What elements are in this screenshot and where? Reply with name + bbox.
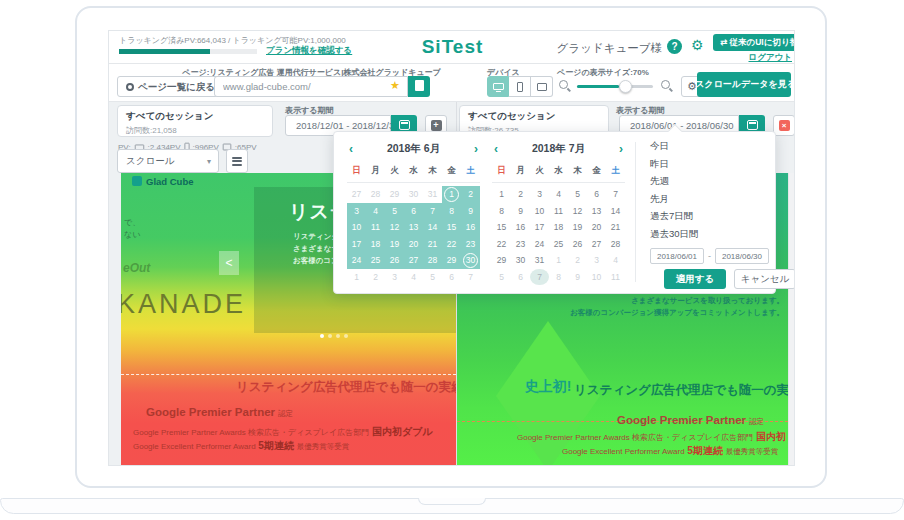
calendar-day[interactable]: 27 — [404, 252, 423, 269]
calendar-day[interactable]: 7 — [461, 269, 480, 286]
calendar-day[interactable]: 4 — [606, 252, 625, 269]
calendar-day[interactable]: 14 — [606, 203, 625, 220]
calendar-day[interactable]: 19 — [385, 236, 404, 253]
calendar-day[interactable]: 24 — [347, 252, 366, 269]
calendar-day[interactable]: 16 — [511, 219, 530, 236]
calendar-day[interactable]: 3 — [347, 203, 366, 220]
preset-yesterday[interactable]: 昨日 — [650, 158, 699, 176]
calendar-day[interactable]: 6 — [442, 269, 461, 286]
calendar-day[interactable]: 11 — [366, 219, 385, 236]
next-month-icon[interactable]: › — [474, 142, 478, 156]
calendar-day[interactable]: 11 — [606, 269, 625, 286]
layers-button[interactable] — [226, 149, 248, 173]
calendar-day[interactable]: 22 — [442, 236, 461, 253]
calendar-day[interactable]: 20 — [587, 219, 606, 236]
calendar-day[interactable]: 1 — [442, 186, 461, 203]
calendar-day[interactable]: 10 — [587, 269, 606, 286]
heatmap-mode-select[interactable]: スクロール ▾ — [117, 149, 219, 173]
calendar-day[interactable]: 1 — [492, 186, 511, 203]
calendar-day[interactable]: 9 — [461, 203, 480, 220]
remove-comparison-button[interactable]: × — [773, 115, 795, 136]
calendar-day[interactable]: 17 — [530, 219, 549, 236]
calendar-day[interactable]: 28 — [606, 236, 625, 253]
calendar-day[interactable]: 18 — [549, 219, 568, 236]
device-mobile-button[interactable] — [509, 76, 531, 97]
apply-button[interactable]: 適用する — [664, 269, 726, 289]
calendar-day[interactable]: 12 — [568, 203, 587, 220]
calendar-day[interactable]: 13 — [404, 219, 423, 236]
calendar-day[interactable]: 2 — [366, 269, 385, 286]
logout-link[interactable]: ログアウト — [749, 52, 793, 64]
calendar-day[interactable]: 10 — [347, 219, 366, 236]
calendar-day[interactable]: 3 — [385, 269, 404, 286]
scrollbar[interactable] — [788, 173, 795, 466]
next-month-icon[interactable]: › — [619, 142, 623, 156]
view-scroll-data-button[interactable]: スクロールデータを見る — [697, 72, 791, 97]
url-input[interactable] — [214, 76, 408, 97]
calendar-day[interactable]: 30 — [511, 252, 530, 269]
preset-last-month[interactable]: 先月 — [650, 193, 699, 211]
calendar-day[interactable]: 15 — [492, 219, 511, 236]
calendar-day[interactable]: 2 — [461, 186, 480, 203]
calendar-day[interactable]: 1 — [549, 252, 568, 269]
zoom-in-icon[interactable] — [661, 80, 670, 89]
page-document-button[interactable] — [408, 76, 430, 97]
help-icon[interactable]: ? — [667, 39, 682, 54]
calendar-day[interactable]: 20 — [404, 236, 423, 253]
preset-past-7-days[interactable]: 過去7日間 — [650, 210, 699, 228]
left-session-card[interactable]: すべてのセッション 訪問数:21,058 — [117, 105, 273, 137]
calendar-day[interactable]: 27 — [587, 236, 606, 253]
calendar-day[interactable]: 5 — [568, 186, 587, 203]
calendar-day[interactable]: 30 — [404, 186, 423, 203]
device-desktop-button[interactable] — [487, 76, 509, 97]
calendar-day[interactable]: 28 — [366, 186, 385, 203]
range-end-input[interactable] — [715, 248, 769, 264]
calendar-day[interactable]: 2 — [568, 252, 587, 269]
cancel-button[interactable]: キャンセル — [734, 269, 795, 289]
calendar-day[interactable]: 22 — [492, 236, 511, 253]
calendar-day[interactable]: 28 — [423, 252, 442, 269]
calendar-day[interactable]: 31 — [423, 186, 442, 203]
zoom-out-icon[interactable] — [559, 80, 568, 89]
calendar-day[interactable]: 7 — [606, 186, 625, 203]
calendar-day[interactable]: 14 — [423, 219, 442, 236]
calendar-day[interactable]: 9 — [568, 269, 587, 286]
calendar-day[interactable]: 15 — [442, 219, 461, 236]
favorite-star-icon[interactable]: ★ — [390, 79, 400, 92]
calendar-day[interactable]: 7 — [423, 203, 442, 220]
calendar-day[interactable]: 5 — [385, 203, 404, 220]
calendar-day[interactable]: 29 — [385, 186, 404, 203]
calendar-day[interactable]: 6 — [587, 186, 606, 203]
calendar-day[interactable]: 2 — [511, 186, 530, 203]
calendar-day[interactable]: 25 — [549, 236, 568, 253]
calendar-day[interactable]: 6 — [404, 203, 423, 220]
calendar-day[interactable]: 1 — [347, 269, 366, 286]
calendar-day[interactable]: 5 — [423, 269, 442, 286]
calendar-day[interactable]: 19 — [568, 219, 587, 236]
calendar-day[interactable]: 9 — [511, 203, 530, 220]
calendar-day[interactable]: 12 — [385, 219, 404, 236]
calendar-day[interactable]: 29 — [442, 252, 461, 269]
preset-today[interactable]: 今日 — [650, 140, 699, 158]
device-tablet-button[interactable] — [531, 76, 553, 97]
calendar-day[interactable]: 24 — [530, 236, 549, 253]
calendar-day[interactable]: 5 — [492, 269, 511, 286]
calendar-day[interactable]: 3 — [587, 252, 606, 269]
preset-last-week[interactable]: 先週 — [650, 175, 699, 193]
calendar-day[interactable]: 10 — [530, 203, 549, 220]
calendar-day[interactable]: 3 — [530, 186, 549, 203]
calendar-day[interactable]: 4 — [366, 203, 385, 220]
calendar-day[interactable]: 6 — [511, 269, 530, 286]
calendar-day[interactable]: 29 — [492, 252, 511, 269]
calendar-day[interactable]: 31 — [530, 252, 549, 269]
settings-gear-icon[interactable]: ⚙ — [691, 37, 704, 53]
calendar-day[interactable]: 30 — [461, 252, 480, 269]
calendar-day[interactable]: 11 — [549, 203, 568, 220]
calendar-day[interactable]: 26 — [568, 236, 587, 253]
range-start-input[interactable] — [650, 248, 704, 264]
calendar-day[interactable]: 8 — [492, 203, 511, 220]
calendar-day[interactable]: 21 — [423, 236, 442, 253]
back-to-page-list-button[interactable]: ページ一覧に戻る — [117, 76, 224, 97]
calendar-day[interactable]: 18 — [366, 236, 385, 253]
calendar-day[interactable]: 13 — [587, 203, 606, 220]
